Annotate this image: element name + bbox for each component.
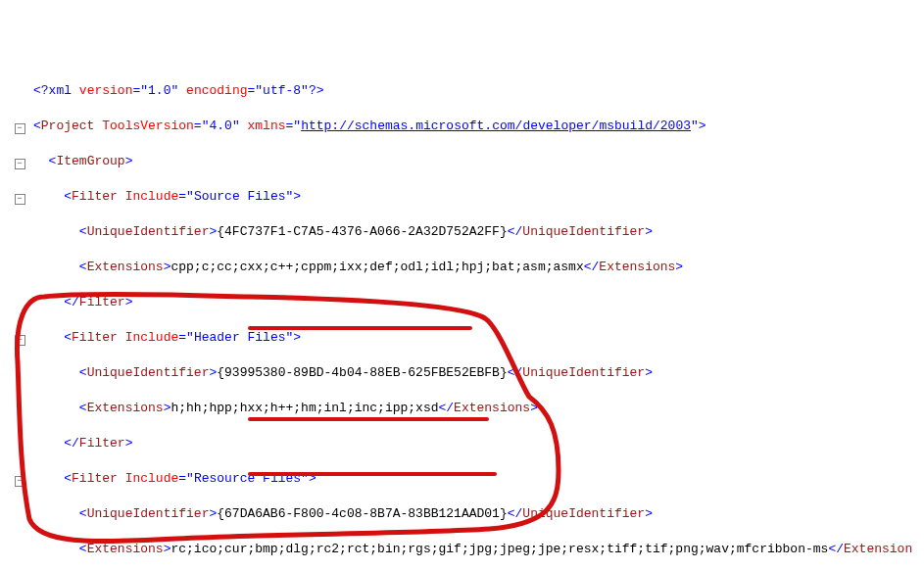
xmlns-link[interactable]: http://schemas.microsoft.com/developer/m… — [301, 119, 691, 133]
fold-toggle[interactable]: − — [15, 476, 25, 487]
encoding-attr: encoding — [186, 83, 247, 98]
project-tag: Project — [41, 119, 95, 133]
xml-editor[interactable]: <?xml version="1.0" encoding="utf-8"?> −… — [0, 59, 924, 570]
xml-name: xml — [49, 83, 72, 98]
version-val: "1.0" — [140, 83, 178, 98]
fold-toggle[interactable]: − — [15, 194, 25, 205]
xml-pi-close: ?> — [309, 83, 324, 98]
version-attr: version — [79, 83, 133, 98]
xml-pi-open: <? — [33, 83, 49, 98]
encoding-val: "utf-8" — [255, 83, 309, 98]
fold-toggle[interactable]: − — [15, 123, 25, 134]
fold-toggle[interactable]: − — [15, 335, 25, 346]
fold-toggle[interactable]: − — [15, 159, 25, 169]
